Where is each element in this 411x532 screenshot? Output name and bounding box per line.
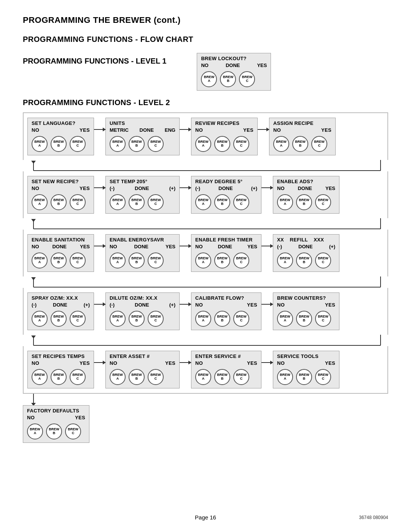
node-spray-ozm: SPRAY OZ/M: XX.X (-)DONE(+) BREWA BREWB … [27, 292, 94, 330]
page-number: Page 16 [195, 514, 216, 521]
flow-row-1: SET LANGUAGE? NOYES BREWA BREWB BREWC UN… [23, 112, 388, 160]
flow-row-5: SET RECIPES TEMPS NOYES BREWA BREWB BREW… [23, 346, 388, 394]
page-container: PROGRAMMING THE BREWER (cont.) PROGRAMMI… [23, 15, 388, 443]
level1-section: PROGRAMMING FUNCTIONS - LEVEL 1 BREW LOC… [23, 53, 388, 91]
brew-btn-a[interactable]: BREWA [201, 71, 217, 87]
node-calibrate-flow: CALIBRATE FLOW? NOYES BREWA BREWB BREWC [191, 292, 261, 330]
node-set-language: SET LANGUAGE? NOYES BREWA BREWB BREWC [27, 118, 94, 155]
connector-4-5 [23, 335, 388, 346]
node-xx-refill-xxx: XX REFILL XXX (-)DONE(+) BREWA BREWB BRE… [273, 234, 339, 272]
node-set-new-recipe: SET NEW RECIPE? NOYES BREWA BREWB BREWC [27, 176, 94, 214]
level2-section: PROGRAMMING FUNCTIONS - LEVEL 2 SET LANG… [23, 98, 388, 443]
page-footer: Page 16 36748 080904 [0, 514, 411, 521]
node-brew-counters: BREW COUNTERS? NOYES BREWA BREWB BREWC [273, 292, 339, 330]
node-review-recipes: REVIEW RECIPES NOYES BREWA BREWB BREWC [191, 118, 258, 155]
brew-lockout-buttons: BREWA BREWB BREWC [201, 71, 267, 87]
node-enter-service: ENTER SERVICE # NOYES BREWA BREWB BREWC [191, 351, 261, 388]
flow-row-3: ENABLE SANITATION NODONEYES BREWA BREWB … [23, 230, 388, 276]
connector-5-factory [23, 394, 129, 405]
flow-row-2: SET NEW RECIPE? NOYES BREWA BREWB BREWC … [23, 171, 388, 218]
main-title: PROGRAMMING THE BREWER (cont.) [23, 15, 388, 25]
node-units: UNITS METRICDONEENG BREWA BREWB BREWC [105, 118, 180, 155]
node-set-recipes-temps: SET RECIPES TEMPS NOYES BREWA BREWB BREW… [27, 351, 94, 388]
node-set-temp: SET TEMP 205° (-)DONE(+) BREWA BREWB BRE… [105, 176, 180, 214]
connector-3-4 [23, 276, 388, 288]
node-enable-fresh-timer: ENABLE FRESH TIMER NODONEYES BREWA BREWB… [191, 234, 261, 272]
brew-lockout-title: BREW LOCKOUT? [201, 56, 267, 61]
node-enable-ads: ENABLE ADS? NODONEYES BREWA BREWB BREWC [273, 176, 339, 214]
brew-btn-c[interactable]: BREWC [239, 71, 255, 87]
level1-label: PROGRAMMING FUNCTIONS - LEVEL 1 [23, 57, 166, 66]
node-enable-sanitation: ENABLE SANITATION NODONEYES BREWA BREWB … [27, 234, 94, 272]
connector-1-2 [23, 160, 388, 171]
node-enabl-energysavr: ENABL ENERGYSAVR NODONEYES BREWA BREWB B… [105, 234, 180, 272]
node-factory-defaults: FACTORY DEFAULTS NOYES BREWA BREWB BREWC [23, 405, 89, 443]
flow-row-4: SPRAY OZ/M: XX.X (-)DONE(+) BREWA BREWB … [23, 288, 388, 335]
svg-marker-7 [31, 219, 36, 222]
node-dilute-ozm: DILUTE OZ/M: XX.X (-)DONE(+) BREWA BREWB… [105, 292, 180, 330]
node-assign-recipe: ASSIGN RECIPE NOYES BREWA BREWB BREWC [269, 118, 336, 155]
level2-label: PROGRAMMING FUNCTIONS - LEVEL 2 [23, 98, 388, 107]
svg-marker-15 [31, 335, 36, 339]
flow-chart-title: PROGRAMMING FUNCTIONS - FLOW CHART [23, 35, 388, 44]
doc-number: 36748 080904 [359, 515, 388, 520]
connector-2-3 [23, 218, 388, 230]
node-ready-degree: READY DEGREE 5° (-)DONE(+) BREWA BREWB B… [191, 176, 261, 214]
node-service-tools: SERVICE TOOLS NOYES BREWA BREWB BREWC [273, 351, 339, 388]
svg-marker-11 [31, 277, 36, 280]
factory-defaults-row: FACTORY DEFAULTS NOYES BREWA BREWB BREWC [23, 405, 388, 443]
node-enter-asset: ENTER ASSET # NOYES BREWA BREWB BREWC [105, 351, 180, 388]
brew-lockout-node: BREW LOCKOUT? NO DONE YES BREWA BREWB BR… [197, 53, 271, 91]
brew-lockout-options: NO DONE YES [201, 62, 267, 68]
svg-marker-3 [31, 161, 36, 164]
brew-btn-b[interactable]: BREWB [220, 71, 236, 87]
